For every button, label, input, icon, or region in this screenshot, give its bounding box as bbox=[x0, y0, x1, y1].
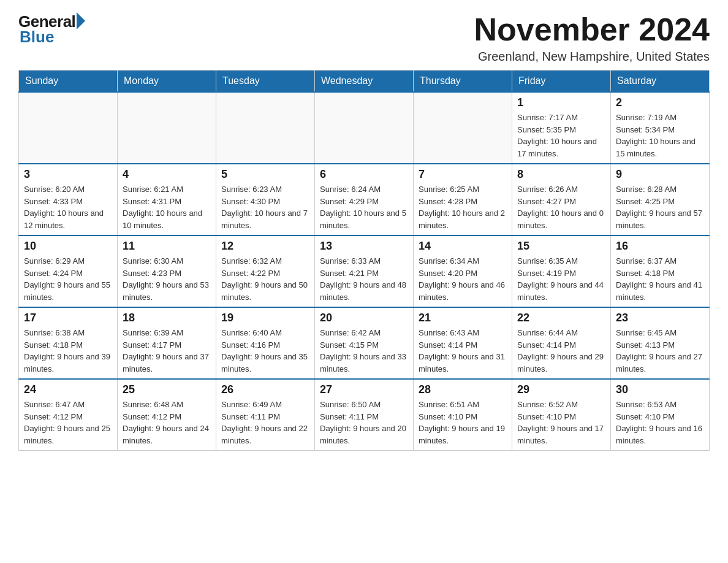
calendar-cell: 19Sunrise: 6:40 AMSunset: 4:16 PMDayligh… bbox=[216, 307, 315, 379]
day-info: Sunrise: 6:48 AMSunset: 4:12 PMDaylight:… bbox=[123, 399, 211, 446]
calendar-cell bbox=[414, 92, 512, 164]
day-number: 25 bbox=[123, 383, 211, 396]
calendar-cell: 4Sunrise: 6:21 AMSunset: 4:31 PMDaylight… bbox=[118, 164, 216, 236]
day-number: 16 bbox=[616, 240, 704, 253]
day-number: 21 bbox=[419, 312, 507, 324]
calendar-cell: 15Sunrise: 6:35 AMSunset: 4:19 PMDayligh… bbox=[512, 236, 611, 307]
day-number: 26 bbox=[221, 383, 309, 396]
day-number: 14 bbox=[419, 240, 507, 253]
day-number: 12 bbox=[221, 240, 309, 253]
day-number: 18 bbox=[123, 312, 211, 324]
calendar-cell: 30Sunrise: 6:53 AMSunset: 4:10 PMDayligh… bbox=[611, 379, 710, 451]
calendar-cell: 16Sunrise: 6:37 AMSunset: 4:18 PMDayligh… bbox=[611, 236, 710, 307]
calendar-cell bbox=[216, 92, 315, 164]
calendar-cell: 14Sunrise: 6:34 AMSunset: 4:20 PMDayligh… bbox=[414, 236, 512, 307]
header-sunday: Sunday bbox=[19, 71, 118, 93]
calendar-week-row-3: 17Sunrise: 6:38 AMSunset: 4:18 PMDayligh… bbox=[19, 307, 710, 379]
calendar-cell: 7Sunrise: 6:25 AMSunset: 4:28 PMDaylight… bbox=[414, 164, 512, 236]
day-info: Sunrise: 6:42 AMSunset: 4:15 PMDaylight:… bbox=[320, 327, 408, 375]
day-number: 11 bbox=[123, 240, 211, 253]
calendar-cell bbox=[315, 92, 414, 164]
day-number: 4 bbox=[123, 168, 211, 181]
day-info: Sunrise: 6:32 AMSunset: 4:22 PMDaylight:… bbox=[221, 255, 309, 303]
logo-blue-text: Blue bbox=[20, 28, 54, 47]
calendar-cell: 1Sunrise: 7:17 AMSunset: 5:35 PMDaylight… bbox=[512, 92, 611, 164]
day-number: 9 bbox=[616, 168, 704, 181]
day-number: 20 bbox=[320, 312, 408, 324]
day-number: 30 bbox=[616, 383, 704, 396]
day-info: Sunrise: 6:23 AMSunset: 4:30 PMDaylight:… bbox=[221, 183, 309, 231]
calendar-cell bbox=[19, 92, 118, 164]
calendar-cell: 2Sunrise: 7:19 AMSunset: 5:34 PMDaylight… bbox=[611, 92, 710, 164]
calendar-cell: 24Sunrise: 6:47 AMSunset: 4:12 PMDayligh… bbox=[19, 379, 118, 451]
day-info: Sunrise: 6:40 AMSunset: 4:16 PMDaylight:… bbox=[221, 327, 309, 375]
day-info: Sunrise: 6:51 AMSunset: 4:10 PMDaylight:… bbox=[419, 399, 507, 446]
day-number: 2 bbox=[616, 96, 704, 109]
header-wednesday: Wednesday bbox=[315, 71, 414, 93]
day-number: 10 bbox=[24, 240, 112, 253]
day-info: Sunrise: 6:21 AMSunset: 4:31 PMDaylight:… bbox=[123, 183, 211, 231]
calendar-cell: 6Sunrise: 6:24 AMSunset: 4:29 PMDaylight… bbox=[315, 164, 414, 236]
header-tuesday: Tuesday bbox=[216, 71, 315, 93]
day-number: 28 bbox=[419, 383, 507, 396]
calendar-cell: 25Sunrise: 6:48 AMSunset: 4:12 PMDayligh… bbox=[118, 379, 216, 451]
day-number: 19 bbox=[221, 312, 309, 324]
day-info: Sunrise: 6:24 AMSunset: 4:29 PMDaylight:… bbox=[320, 183, 408, 231]
logo: General Blue bbox=[18, 12, 85, 47]
day-info: Sunrise: 6:52 AMSunset: 4:10 PMDaylight:… bbox=[517, 399, 605, 446]
logo-triangle-icon bbox=[77, 12, 85, 29]
day-number: 6 bbox=[320, 168, 408, 181]
day-number: 3 bbox=[24, 168, 112, 181]
day-info: Sunrise: 6:45 AMSunset: 4:13 PMDaylight:… bbox=[616, 327, 704, 375]
day-info: Sunrise: 6:25 AMSunset: 4:28 PMDaylight:… bbox=[419, 183, 507, 231]
calendar-table: Sunday Monday Tuesday Wednesday Thursday… bbox=[18, 70, 710, 451]
day-number: 1 bbox=[517, 96, 605, 109]
calendar-week-row-4: 24Sunrise: 6:47 AMSunset: 4:12 PMDayligh… bbox=[19, 379, 710, 451]
header-monday: Monday bbox=[118, 71, 216, 93]
calendar-cell: 27Sunrise: 6:50 AMSunset: 4:11 PMDayligh… bbox=[315, 379, 414, 451]
page-header: General Blue November 2024 Greenland, Ne… bbox=[18, 12, 710, 64]
calendar-week-row-1: 3Sunrise: 6:20 AMSunset: 4:33 PMDaylight… bbox=[19, 164, 710, 236]
day-info: Sunrise: 6:35 AMSunset: 4:19 PMDaylight:… bbox=[517, 255, 605, 303]
day-info: Sunrise: 6:50 AMSunset: 4:11 PMDaylight:… bbox=[320, 399, 408, 446]
calendar-cell: 5Sunrise: 6:23 AMSunset: 4:30 PMDaylight… bbox=[216, 164, 315, 236]
day-info: Sunrise: 6:43 AMSunset: 4:14 PMDaylight:… bbox=[419, 327, 507, 375]
day-info: Sunrise: 6:38 AMSunset: 4:18 PMDaylight:… bbox=[24, 327, 112, 375]
day-number: 7 bbox=[419, 168, 507, 181]
day-info: Sunrise: 7:19 AMSunset: 5:34 PMDaylight:… bbox=[616, 112, 704, 159]
location-text: Greenland, New Hampshire, United States bbox=[474, 50, 710, 64]
calendar-cell: 9Sunrise: 6:28 AMSunset: 4:25 PMDaylight… bbox=[611, 164, 710, 236]
day-info: Sunrise: 6:28 AMSunset: 4:25 PMDaylight:… bbox=[616, 183, 704, 231]
header-thursday: Thursday bbox=[414, 71, 512, 93]
day-info: Sunrise: 6:47 AMSunset: 4:12 PMDaylight:… bbox=[24, 399, 112, 446]
day-number: 17 bbox=[24, 312, 112, 324]
calendar-cell: 12Sunrise: 6:32 AMSunset: 4:22 PMDayligh… bbox=[216, 236, 315, 307]
day-number: 13 bbox=[320, 240, 408, 253]
day-info: Sunrise: 6:26 AMSunset: 4:27 PMDaylight:… bbox=[517, 183, 605, 231]
day-info: Sunrise: 6:44 AMSunset: 4:14 PMDaylight:… bbox=[517, 327, 605, 375]
calendar-cell bbox=[118, 92, 216, 164]
calendar-cell: 26Sunrise: 6:49 AMSunset: 4:11 PMDayligh… bbox=[216, 379, 315, 451]
calendar-cell: 8Sunrise: 6:26 AMSunset: 4:27 PMDaylight… bbox=[512, 164, 611, 236]
day-info: Sunrise: 6:37 AMSunset: 4:18 PMDaylight:… bbox=[616, 255, 704, 303]
calendar-cell: 22Sunrise: 6:44 AMSunset: 4:14 PMDayligh… bbox=[512, 307, 611, 379]
calendar-header-row: Sunday Monday Tuesday Wednesday Thursday… bbox=[19, 71, 710, 93]
calendar-cell: 23Sunrise: 6:45 AMSunset: 4:13 PMDayligh… bbox=[611, 307, 710, 379]
day-info: Sunrise: 6:33 AMSunset: 4:21 PMDaylight:… bbox=[320, 255, 408, 303]
day-info: Sunrise: 6:34 AMSunset: 4:20 PMDaylight:… bbox=[419, 255, 507, 303]
day-number: 24 bbox=[24, 383, 112, 396]
calendar-cell: 21Sunrise: 6:43 AMSunset: 4:14 PMDayligh… bbox=[414, 307, 512, 379]
day-info: Sunrise: 6:49 AMSunset: 4:11 PMDaylight:… bbox=[221, 399, 309, 446]
calendar-week-row-0: 1Sunrise: 7:17 AMSunset: 5:35 PMDaylight… bbox=[19, 92, 710, 164]
month-title: November 2024 bbox=[474, 12, 710, 47]
header-saturday: Saturday bbox=[611, 71, 710, 93]
calendar-cell: 18Sunrise: 6:39 AMSunset: 4:17 PMDayligh… bbox=[118, 307, 216, 379]
day-info: Sunrise: 6:29 AMSunset: 4:24 PMDaylight:… bbox=[24, 255, 112, 303]
day-info: Sunrise: 6:30 AMSunset: 4:23 PMDaylight:… bbox=[123, 255, 211, 303]
day-number: 8 bbox=[517, 168, 605, 181]
day-number: 29 bbox=[517, 383, 605, 396]
calendar-cell: 20Sunrise: 6:42 AMSunset: 4:15 PMDayligh… bbox=[315, 307, 414, 379]
calendar-week-row-2: 10Sunrise: 6:29 AMSunset: 4:24 PMDayligh… bbox=[19, 236, 710, 307]
day-info: Sunrise: 6:53 AMSunset: 4:10 PMDaylight:… bbox=[616, 399, 704, 446]
calendar-cell: 10Sunrise: 6:29 AMSunset: 4:24 PMDayligh… bbox=[19, 236, 118, 307]
